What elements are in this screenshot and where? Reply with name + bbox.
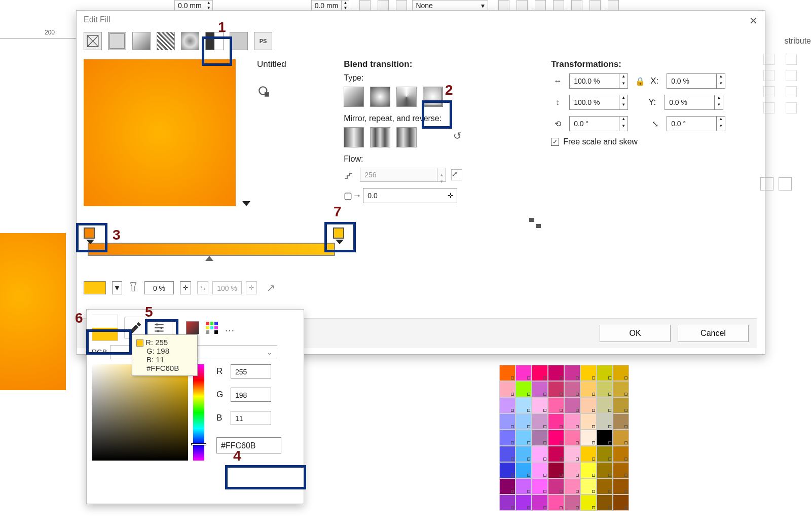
node-position-input[interactable]: 0.0✛: [363, 188, 457, 203]
palette-swatch[interactable]: [499, 462, 515, 478]
smooth-icon[interactable]: ⤢: [451, 169, 462, 180]
gradient-bar[interactable]: [88, 243, 335, 256]
palette-swatch[interactable]: [597, 462, 613, 478]
mirror-repeat[interactable]: [370, 127, 390, 147]
gradient-stop-end[interactable]: [333, 227, 344, 239]
palette-swatch[interactable]: [564, 495, 580, 511]
toolbar-icon[interactable]: [498, 0, 509, 11]
reverse-icon[interactable]: ↺: [453, 130, 468, 145]
fill-none-tab[interactable]: [84, 32, 102, 50]
toolbar-icon[interactable]: [517, 0, 528, 11]
rotate-icon[interactable]: ↗: [263, 280, 278, 295]
align-icon[interactable]: [786, 70, 797, 81]
palette-swatch[interactable]: [499, 381, 515, 397]
palette-swatch[interactable]: [597, 495, 613, 511]
height-input[interactable]: 100.0 %▲▼: [569, 95, 628, 110]
toolbar-val1[interactable]: 0.0 mm▲▼: [174, 0, 213, 11]
fill-fountain-tab[interactable]: [132, 32, 151, 50]
toolbar-icon[interactable]: [359, 0, 371, 11]
width-input[interactable]: 100.0 %▲▼: [569, 73, 628, 89]
node-color-swatch[interactable]: [84, 281, 106, 294]
sliders-icon[interactable]: [153, 321, 166, 334]
hue-slider[interactable]: [193, 364, 204, 461]
type-elliptical[interactable]: [370, 87, 390, 107]
palette-swatch[interactable]: [548, 381, 564, 397]
document-palette[interactable]: [499, 365, 629, 511]
toolbar-icon[interactable]: [608, 0, 619, 11]
palette-swatch[interactable]: [613, 413, 629, 430]
palette-swatch[interactable]: [515, 413, 532, 430]
palette-swatch[interactable]: [613, 381, 629, 397]
gradient-slider[interactable]: [84, 224, 334, 265]
palette-swatch[interactable]: [532, 446, 548, 462]
fill-postscript-tab[interactable]: PS: [254, 32, 272, 50]
toolbar-icon[interactable]: [571, 0, 582, 11]
fill-pattern-tab[interactable]: [157, 32, 175, 50]
palette-swatch[interactable]: [515, 381, 532, 397]
gradient-stop-start[interactable]: [84, 227, 95, 239]
palette-swatch[interactable]: [613, 446, 629, 462]
toolbar-icon[interactable]: [396, 0, 407, 11]
palette-swatch[interactable]: [580, 413, 597, 430]
align-icon[interactable]: [786, 102, 797, 113]
y-input[interactable]: 0.0 %▲▼: [665, 95, 723, 110]
x-input[interactable]: 0.0 %▲▼: [667, 73, 725, 89]
toolbar-icon[interactable]: [589, 0, 601, 11]
more-icon[interactable]: …: [225, 322, 235, 334]
r-input[interactable]: 255: [231, 364, 271, 378]
align-icon[interactable]: [763, 86, 775, 97]
palette-swatch[interactable]: [532, 495, 548, 511]
palette-swatch[interactable]: [597, 478, 613, 495]
palette-swatch[interactable]: [548, 397, 564, 413]
toolbar-icon[interactable]: [378, 0, 389, 11]
gradient-midpoint[interactable]: [205, 256, 213, 261]
b-input[interactable]: 11: [231, 411, 271, 425]
close-icon[interactable]: ✕: [749, 15, 758, 27]
palette-swatch[interactable]: [548, 413, 564, 430]
palette-swatch[interactable]: [613, 365, 629, 381]
palette-swatch[interactable]: [564, 446, 580, 462]
palette-swatch[interactable]: [499, 495, 515, 511]
palette-swatch[interactable]: [548, 495, 564, 511]
palette-swatch[interactable]: [548, 446, 564, 462]
palette-swatch[interactable]: [499, 365, 515, 381]
palette-swatch[interactable]: [499, 478, 515, 495]
toolbar-val2[interactable]: 0.0 mm▲▼: [311, 0, 350, 11]
palette-swatch[interactable]: [532, 430, 548, 446]
node-color-dd[interactable]: ▼: [112, 281, 122, 294]
mirror-default[interactable]: [344, 127, 364, 147]
palette-swatch[interactable]: [613, 478, 629, 495]
color-field[interactable]: [92, 364, 188, 461]
lock-icon[interactable]: 🔒: [635, 77, 645, 86]
palette-swatch[interactable]: [564, 430, 580, 446]
palette-swatch[interactable]: [548, 478, 564, 495]
palette-swatch[interactable]: [515, 495, 532, 511]
palette-swatch[interactable]: [548, 365, 564, 381]
palette-swatch[interactable]: [532, 462, 548, 478]
color-viewer-icon[interactable]: [186, 321, 199, 334]
free-scale-checkbox[interactable]: ✓Free scale and skew: [551, 137, 758, 146]
fill-texture-tab[interactable]: [230, 32, 248, 50]
palette-swatch[interactable]: [499, 413, 515, 430]
palette-swatch[interactable]: [532, 478, 548, 495]
ok-button[interactable]: OK: [600, 325, 671, 342]
toolbar-icon[interactable]: [535, 0, 546, 11]
palette-swatch[interactable]: [613, 430, 629, 446]
palette-swatch[interactable]: [580, 462, 597, 478]
palette-swatch[interactable]: [580, 478, 597, 495]
g-input[interactable]: 198: [231, 388, 271, 402]
palette-swatch[interactable]: [532, 381, 548, 397]
align-icon[interactable]: [763, 102, 775, 113]
palette-swatch[interactable]: [564, 478, 580, 495]
align-icon[interactable]: [763, 70, 775, 81]
palette-swatch[interactable]: [613, 397, 629, 413]
palette-swatch[interactable]: [515, 430, 532, 446]
cancel-button[interactable]: Cancel: [678, 325, 749, 342]
palette-swatch[interactable]: [597, 446, 613, 462]
palette-swatch[interactable]: [613, 462, 629, 478]
palette-swatch[interactable]: [532, 413, 548, 430]
palette-swatch[interactable]: [580, 495, 597, 511]
palette-swatch[interactable]: [597, 365, 613, 381]
palette-swatch[interactable]: [499, 397, 515, 413]
palette-swatch[interactable]: [564, 397, 580, 413]
